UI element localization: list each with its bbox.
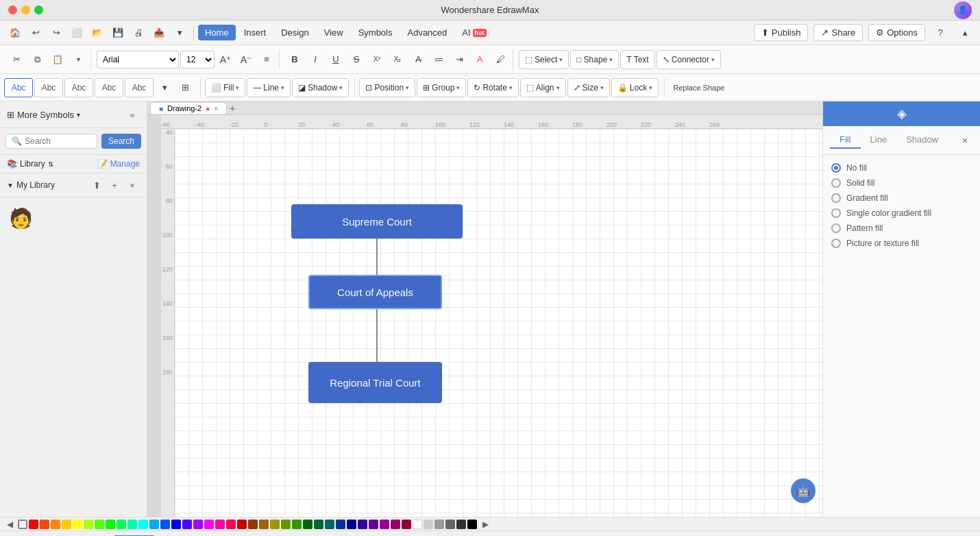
color-swatch-white[interactable] (413, 520, 422, 529)
add-library-icon[interactable]: + (107, 178, 122, 193)
color-swatch-dark-indigo[interactable] (358, 520, 367, 529)
cut-button[interactable]: ✂ (7, 50, 26, 69)
indent-button[interactable]: ⇥ (450, 50, 469, 69)
color-swatch-yellow[interactable] (73, 520, 82, 529)
pattern-fill-option[interactable]: Pattern fill (831, 223, 972, 233)
color-swatch-pure-blue[interactable] (171, 520, 181, 529)
no-fill-swatch[interactable] (18, 520, 27, 529)
close-tab-icon[interactable]: × (214, 105, 218, 112)
print-icon[interactable]: 🖨 (129, 23, 148, 42)
gradient-fill-radio[interactable] (831, 193, 841, 203)
color-swatch-orange-red[interactable] (40, 520, 49, 529)
canvas-area[interactable]: ■ Drawing-2 ● × + -60 -40 -20 0 20 40 60… (147, 101, 822, 517)
color-swatch-dark-green[interactable] (303, 520, 313, 529)
shadow-tab[interactable]: Shadow (896, 132, 948, 149)
color-swatch-olive[interactable] (270, 520, 280, 529)
fill-dropdown[interactable]: ⬜ Fill ▾ (205, 78, 245, 97)
style-swatch-4[interactable]: Abc (95, 78, 123, 97)
font-size-select[interactable]: 12 (180, 51, 215, 69)
manage-button[interactable]: 📝 Manage (97, 159, 140, 169)
color-swatch-green-cyan[interactable] (117, 520, 126, 529)
court-of-appeals-shape[interactable]: Court of Appeals (308, 275, 442, 309)
no-fill-radio[interactable] (831, 163, 841, 173)
collapse-panel-icon[interactable]: « (125, 107, 140, 122)
color-swatch-light-green[interactable] (95, 520, 104, 529)
search-button[interactable]: Search (101, 134, 141, 149)
color-swatch-yellow-orange[interactable] (62, 520, 71, 529)
help-icon[interactable]: ? (931, 23, 950, 42)
redo-icon[interactable]: ↪ (47, 23, 66, 42)
align-dropdown[interactable]: ⬚ Align ▾ (520, 78, 566, 97)
color-swatch-forest-green[interactable] (292, 520, 302, 529)
color-swatch-brown[interactable] (248, 520, 258, 529)
italic-button[interactable]: I (306, 50, 325, 69)
texture-fill-radio[interactable] (831, 239, 841, 248)
styles-expand-icon[interactable]: ▾ (155, 78, 174, 97)
more-icon[interactable]: ▾ (170, 23, 189, 42)
bold-button[interactable]: B (285, 50, 304, 69)
line-tab[interactable]: Line (861, 132, 897, 149)
expand-icon[interactable]: ▴ (955, 23, 975, 42)
solid-fill-option[interactable]: Solid fill (831, 178, 972, 188)
font-color-button[interactable]: A (470, 50, 489, 69)
minimize-button[interactable] (21, 5, 30, 14)
publish-button[interactable]: ⬆ Publish (754, 24, 809, 41)
solid-fill-radio[interactable] (831, 178, 841, 188)
font-family-select[interactable]: Arial (97, 51, 179, 69)
options-button[interactable]: ⚙ Options (868, 24, 925, 41)
regional-trial-court-shape[interactable]: Regional Trial Court (308, 362, 442, 403)
zoom-in-icon[interactable]: + (905, 531, 924, 537)
ai-chat-button[interactable]: 🤖 (791, 478, 816, 503)
connector-dropdown[interactable]: ⤡ Connector ▾ (657, 50, 721, 69)
text-dropdown[interactable]: T Text (620, 50, 654, 69)
fullscreen-icon[interactable]: ⤢ (954, 531, 973, 537)
color-swatch-cyan[interactable] (138, 520, 148, 529)
color-swatch-gray[interactable] (445, 520, 455, 529)
menu-advanced[interactable]: Advanced (400, 25, 454, 40)
color-swatch-light-blue[interactable] (149, 520, 159, 529)
highlight-button[interactable]: 🖊 (491, 50, 510, 69)
color-swatch-pink[interactable] (215, 520, 225, 529)
color-swatch-dark-gray[interactable] (456, 520, 466, 529)
menu-ai[interactable]: AI hot (455, 25, 493, 40)
new-icon[interactable]: ⬜ (67, 23, 86, 42)
color-swatch-crimson[interactable] (402, 520, 411, 529)
color-swatch-dark-red[interactable] (237, 520, 247, 529)
drawing-tab[interactable]: ■ Drawing-2 ● × (150, 102, 227, 114)
window-controls[interactable] (8, 5, 43, 14)
shapes-icon[interactable]: ⬚ (761, 531, 781, 537)
color-swatch-cyan-green[interactable] (127, 520, 137, 529)
color-swatch-dark-violet[interactable] (369, 520, 378, 529)
export-icon[interactable]: 📤 (149, 23, 169, 42)
copy-button[interactable]: ⧉ (27, 50, 47, 69)
menu-view[interactable]: View (317, 25, 350, 40)
fit-page-icon[interactable]: ⛶ (929, 531, 948, 537)
replace-shape-button[interactable]: Replace Shape (669, 78, 728, 97)
single-gradient-fill-option[interactable]: Single color gradient fill (831, 208, 972, 218)
menu-home[interactable]: Home (198, 25, 236, 40)
style-swatch-3[interactable]: Abc (64, 78, 93, 97)
color-swatch-rose[interactable] (226, 520, 236, 529)
style-swatch-5[interactable]: Abc (125, 78, 154, 97)
single-gradient-radio[interactable] (831, 208, 841, 218)
color-swatch-light-gray[interactable] (424, 520, 433, 529)
menu-design[interactable]: Design (274, 25, 315, 40)
color-swatch-dark-yellow[interactable] (259, 520, 269, 529)
color-swatch-dark-magenta[interactable] (380, 520, 389, 529)
rotate-dropdown[interactable]: ↻ Rotate ▾ (467, 78, 518, 97)
pattern-fill-radio[interactable] (831, 223, 841, 233)
subscript-button[interactable]: X₂ (388, 50, 407, 69)
color-swatch-dark-pink[interactable] (391, 520, 400, 529)
shape-dropdown[interactable]: □ Shape ▾ (570, 50, 619, 69)
increase-font-button[interactable]: A⁺ (216, 50, 235, 69)
color-swatch-yellow-green[interactable] (84, 520, 93, 529)
sort-icon[interactable]: ⇅ (48, 160, 53, 168)
close-panel-icon[interactable]: × (957, 132, 973, 149)
color-swatch-red[interactable] (29, 520, 38, 529)
share-button[interactable]: ↗ Share (813, 24, 863, 41)
position-dropdown[interactable]: ⊡ Position ▾ (359, 78, 415, 97)
save-icon[interactable]: 💾 (108, 23, 127, 42)
undo-icon[interactable]: ↩ (26, 23, 45, 42)
maximize-button[interactable] (34, 5, 43, 14)
color-swatch-dark-blue[interactable] (347, 520, 356, 529)
